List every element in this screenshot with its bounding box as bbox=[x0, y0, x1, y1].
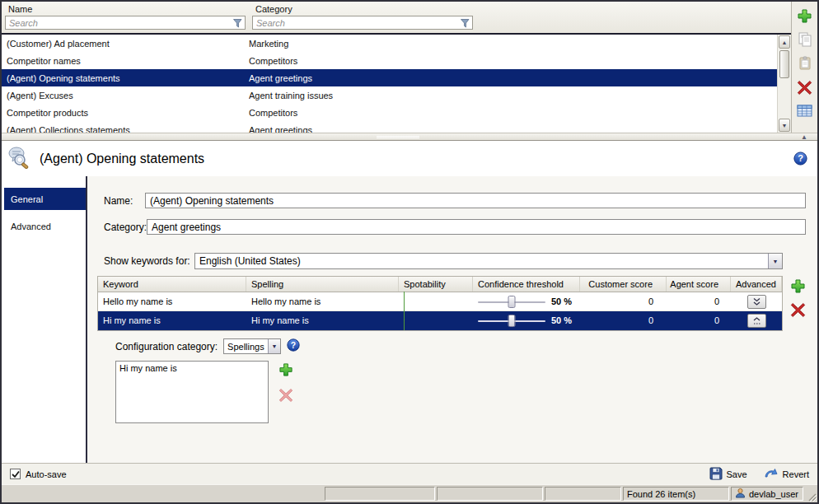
status-segment bbox=[325, 487, 435, 501]
col-advanced[interactable]: Advanced bbox=[731, 277, 782, 292]
item-category: Marketing bbox=[249, 39, 777, 49]
confidence-value: 50 % bbox=[551, 315, 572, 325]
scroll-up-icon[interactable]: ▲ bbox=[779, 35, 790, 49]
name-filter-funnel-icon[interactable] bbox=[232, 17, 243, 32]
pane-splitter[interactable]: ▲ bbox=[2, 133, 817, 141]
keyword-cell: Hi my name is bbox=[98, 315, 246, 325]
copy-icon[interactable] bbox=[797, 31, 813, 48]
confidence-value: 50 % bbox=[551, 296, 572, 306]
agent-score-cell[interactable]: 0 bbox=[667, 296, 731, 306]
list-item[interactable]: Competitor names Competitors bbox=[2, 52, 777, 69]
user-icon bbox=[735, 488, 746, 500]
configuration-category-value: Spellings bbox=[227, 342, 264, 352]
item-name: (Agent) Opening statements bbox=[2, 73, 249, 83]
customer-score-cell[interactable]: 0 bbox=[580, 296, 667, 306]
delete-spelling-icon-disabled bbox=[278, 387, 294, 404]
col-keyword[interactable]: Keyword bbox=[98, 277, 246, 292]
keyword-row[interactable]: Hello my name is Hello my name is 50 bbox=[98, 292, 782, 311]
category-filter-funnel-icon[interactable] bbox=[460, 17, 470, 32]
customer-score-cell[interactable]: 0 bbox=[580, 315, 667, 325]
keyword-set-icon bbox=[8, 146, 33, 172]
keyword-row-selected[interactable]: Hi my name is Hi my name is 50 % bbox=[98, 311, 782, 330]
revert-button[interactable]: Revert bbox=[764, 468, 809, 481]
configuration-help-icon[interactable]: ? bbox=[287, 338, 300, 354]
slider-thumb[interactable] bbox=[508, 315, 516, 327]
confidence-slider[interactable] bbox=[478, 296, 545, 308]
save-button[interactable]: Save bbox=[709, 467, 747, 482]
advanced-collapse-button[interactable] bbox=[747, 314, 766, 328]
list-item[interactable]: (Agent) Collections statements Agent gre… bbox=[2, 121, 777, 133]
list-item[interactable]: (Agent) Excuses Agent training issues bbox=[2, 86, 777, 104]
show-keywords-label: Show keywords for: bbox=[97, 255, 194, 267]
list-scrollbar[interactable]: ▲ ▼ bbox=[777, 35, 791, 133]
language-select[interactable]: English (United States) ▼ bbox=[194, 253, 783, 269]
name-label: Name: bbox=[97, 195, 145, 207]
tab-advanced[interactable]: Advanced bbox=[4, 215, 86, 237]
keyword-advanced-panel: Configuration category: Spellings ▼ ? Hi… bbox=[115, 338, 806, 423]
page-title: (Agent) Opening statements bbox=[40, 152, 204, 166]
detail-header: (Agent) Opening statements ? bbox=[2, 141, 817, 176]
detail-tabs: General Advanced bbox=[2, 176, 87, 463]
keyword-cell: Hello my name is bbox=[98, 296, 246, 306]
col-confidence[interactable]: Confidence threshold bbox=[473, 277, 580, 292]
spelling-item[interactable]: Hi my name is bbox=[119, 363, 264, 373]
item-name: Competitor products bbox=[2, 108, 249, 118]
spelling-cell: Hi my name is bbox=[246, 315, 399, 325]
confidence-slider[interactable] bbox=[478, 315, 545, 327]
confidence-cell: 50 % bbox=[473, 296, 580, 308]
name-search-input[interactable] bbox=[5, 16, 246, 30]
resize-grip[interactable] bbox=[804, 485, 817, 502]
detail-pane: (Agent) Opening statements ? General Adv… bbox=[2, 141, 817, 484]
help-icon[interactable]: ? bbox=[793, 152, 807, 166]
splitter-collapse-icon[interactable]: ▲ bbox=[801, 133, 807, 141]
item-category: Competitors bbox=[249, 108, 777, 118]
item-name: (Customer) Ad placement bbox=[2, 39, 249, 49]
column-header-name[interactable]: Name bbox=[5, 3, 252, 16]
status-found-count: Found 26 item(s) bbox=[623, 487, 729, 501]
chevron-down-icon[interactable]: ▼ bbox=[268, 339, 280, 353]
category-search-input[interactable] bbox=[252, 16, 473, 30]
tab-general[interactable]: General bbox=[4, 188, 86, 210]
agent-score-cell[interactable]: 0 bbox=[667, 315, 731, 325]
svg-text:?: ? bbox=[291, 341, 296, 350]
add-keyword-icon[interactable] bbox=[789, 278, 806, 294]
user-name: devlab_user bbox=[749, 489, 798, 499]
list-item[interactable]: Competitor products Competitors bbox=[2, 104, 777, 121]
item-category: Agent greetings bbox=[249, 73, 777, 83]
add-spelling-icon[interactable] bbox=[278, 362, 294, 378]
autosave-checkbox[interactable] bbox=[10, 469, 21, 479]
chevron-down-icon[interactable]: ▼ bbox=[768, 254, 782, 268]
grid-icon[interactable] bbox=[797, 103, 813, 119]
revert-label: Revert bbox=[783, 469, 809, 479]
splitter-grip[interactable] bbox=[377, 135, 419, 139]
item-name: (Agent) Excuses bbox=[2, 91, 249, 100]
spotability-cell bbox=[399, 310, 473, 330]
paste-icon[interactable] bbox=[797, 55, 813, 72]
name-field[interactable] bbox=[145, 193, 806, 208]
col-agent-score[interactable]: Agent score bbox=[667, 277, 731, 292]
save-icon bbox=[709, 467, 723, 482]
col-customer-score[interactable]: Customer score bbox=[580, 277, 667, 292]
add-icon[interactable] bbox=[797, 7, 813, 24]
scroll-down-icon[interactable]: ▼ bbox=[779, 119, 790, 132]
scroll-thumb[interactable] bbox=[779, 50, 789, 78]
general-tab-content: Name: Category: Show keywords for: Engli… bbox=[87, 176, 817, 463]
language-value: English (United States) bbox=[199, 255, 301, 267]
configuration-category-select[interactable]: Spellings ▼ bbox=[223, 338, 281, 354]
column-header-category[interactable]: Category bbox=[252, 3, 788, 16]
advanced-expand-button[interactable] bbox=[747, 295, 766, 309]
spellings-listbox[interactable]: Hi my name is bbox=[115, 361, 269, 423]
status-bar: Found 26 item(s) devlab_user bbox=[2, 484, 817, 502]
keywords-toolbar bbox=[789, 276, 806, 318]
item-name: (Agent) Collections statements bbox=[2, 125, 249, 133]
slider-thumb[interactable] bbox=[508, 296, 516, 308]
item-category: Competitors bbox=[249, 56, 777, 66]
keywords-table-header: Keyword Spelling Spotability Confidence … bbox=[98, 277, 782, 292]
list-item[interactable]: (Customer) Ad placement Marketing bbox=[2, 35, 777, 52]
list-item-selected[interactable]: (Agent) Opening statements Agent greetin… bbox=[2, 69, 777, 86]
category-field[interactable] bbox=[147, 219, 806, 235]
col-spotability[interactable]: Spotability bbox=[399, 277, 473, 292]
delete-keyword-icon[interactable] bbox=[789, 301, 806, 318]
delete-icon[interactable] bbox=[797, 79, 813, 96]
col-spelling[interactable]: Spelling bbox=[246, 277, 399, 292]
